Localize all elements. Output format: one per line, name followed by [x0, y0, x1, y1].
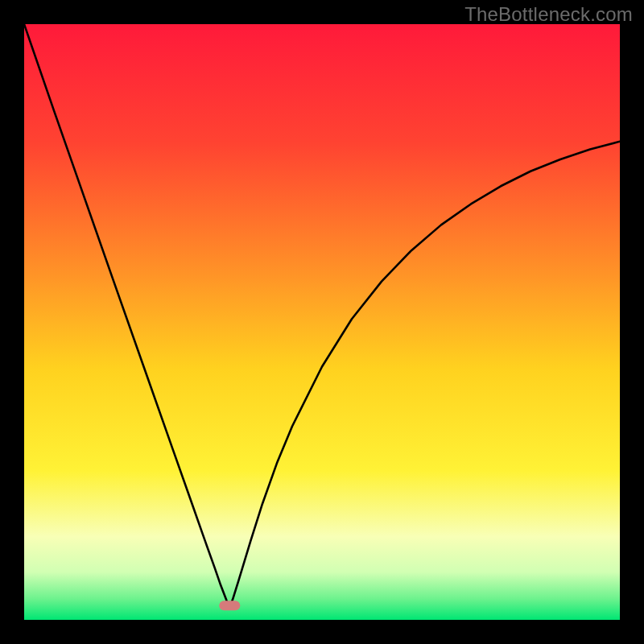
optimum-marker [219, 601, 240, 610]
watermark-text: TheBottleneck.com [464, 3, 633, 26]
chart-background [24, 24, 620, 620]
chart-frame: TheBottleneck.com [0, 0, 644, 644]
chart-plot [24, 24, 620, 620]
